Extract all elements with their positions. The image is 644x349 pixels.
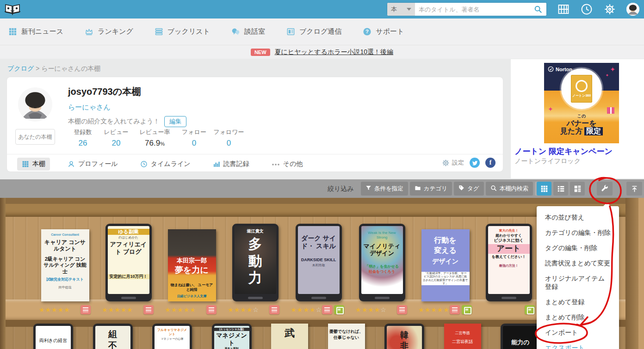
review-note-icon[interactable] xyxy=(397,305,407,314)
ad-headline-link[interactable]: ノートン 限定キャンペーン xyxy=(514,146,640,157)
book-item[interactable]: Weak Is the New Strongマイノリティ デザイン「弱さ」を生か… xyxy=(359,224,405,301)
breadcrumb-home-link[interactable]: ブクログ xyxy=(7,65,34,72)
menu-item-8[interactable]: エクスポート xyxy=(537,340,619,349)
nav-item-1[interactable]: ランキング xyxy=(85,27,133,36)
menu-item-1[interactable]: カテゴリの編集・削除 xyxy=(537,225,619,240)
nav-item-2[interactable]: ブックリスト xyxy=(155,27,210,36)
booklog-logo-icon[interactable] xyxy=(4,2,21,17)
nav-item-3[interactable]: 談話室 xyxy=(231,27,265,36)
nav-item-5[interactable]: ?サポート xyxy=(363,27,404,36)
menu-item-0[interactable]: 本の並び替え xyxy=(537,210,619,225)
book-cover: 行動を変えるデザイン「行動経済学、データ分析、 サービス設計のエッセンスが 高度… xyxy=(421,229,470,301)
stat-value[interactable]: 0 xyxy=(177,139,211,148)
filter-button-2[interactable]: タグ xyxy=(454,182,484,196)
filter-button-1[interactable]: カテゴリ xyxy=(410,182,452,196)
top-header: 本 xyxy=(0,0,644,18)
search-category-select[interactable]: 本 xyxy=(387,3,415,16)
tab-0[interactable]: 本棚 xyxy=(17,158,50,171)
review-note-icon[interactable] xyxy=(269,305,279,314)
book-item[interactable]: ダーク サイド・ スキルDARKSIDE SKILL木村尚敬 xyxy=(296,224,342,301)
rating-icons xyxy=(525,305,535,314)
book-item[interactable]: Career Consultantキャリア コンサルタント2級キャリア コンサル… xyxy=(41,229,89,301)
book-item[interactable]: 能力の xyxy=(501,324,540,349)
username-link[interactable]: らーにゃさん xyxy=(68,103,111,112)
stat-value[interactable]: 26 xyxy=(66,139,99,148)
book-cover-text: 非 xyxy=(387,341,422,349)
star-rating[interactable]: ★★★★☆ xyxy=(228,306,259,313)
nav-item-0[interactable]: 新刊ニュース xyxy=(8,27,63,36)
edit-intro-button[interactable]: 編集 xyxy=(164,116,186,127)
book-item[interactable]: 堀江貴文多動力 xyxy=(232,224,279,301)
profile-avatar[interactable] xyxy=(18,87,52,122)
review-note-icon[interactable] xyxy=(143,305,154,314)
menu-item-4[interactable]: オリジナルアイテム登録 xyxy=(537,271,619,294)
book-item[interactable]: 行動を変えるデザイン「行動経済学、データ分析、 サービス設計のエッセンスが 高度… xyxy=(421,229,470,301)
view-grid-button[interactable] xyxy=(537,182,551,196)
norton-ad-banner[interactable]: Norton ✦ ✦ ノートン360 ✦ この バナーを 見た方 限定 xyxy=(544,63,619,143)
filled-stars: ★★★★★ xyxy=(102,306,133,313)
star-rating[interactable]: ★★★★★ xyxy=(102,306,133,313)
book-item[interactable]: ゆる副業のはじめかたアフィリエイト ブログ安定的に月10万円！ xyxy=(105,224,152,301)
search-input[interactable] xyxy=(415,6,530,13)
star-rating[interactable]: ★★★★☆ xyxy=(291,306,322,313)
menu-item-3[interactable]: 読書状況まとめて変更 xyxy=(537,256,619,271)
stat-2: レビュー率76.9% xyxy=(133,128,177,148)
book-item[interactable]: 韓非 xyxy=(384,324,424,349)
book-item[interactable]: [エッセンシャル版]マネジメント基本と原則 xyxy=(212,324,252,349)
my-bookshelf-icon[interactable] xyxy=(557,3,570,16)
stat-value[interactable]: 20 xyxy=(99,139,133,148)
bar-chart-icon xyxy=(213,160,220,168)
tab-4[interactable]: その他 xyxy=(267,158,308,171)
tab-1[interactable]: プロフィール xyxy=(63,158,123,171)
user-avatar[interactable] xyxy=(626,3,639,16)
star-rating[interactable]: ★★★★☆ xyxy=(355,306,387,313)
star-rating[interactable]: ★★★★★ xyxy=(165,306,196,313)
book-cover-text: 力 xyxy=(235,269,276,287)
news-link[interactable]: 夏にヒヤッとするホラー小説10選！後編 xyxy=(275,48,394,56)
stat-value[interactable]: 0 xyxy=(211,139,246,148)
review-note-icon[interactable] xyxy=(80,305,91,314)
star-rating[interactable]: ★★★★★ xyxy=(418,306,450,313)
facebook-icon[interactable]: f xyxy=(485,158,495,168)
menu-item-2[interactable]: タグの編集・削除 xyxy=(537,240,619,256)
intro-row: 本棚の紹介文を入れてみよう！ 編集 xyxy=(68,116,186,127)
shelf-tools-wrench-button[interactable] xyxy=(597,182,613,196)
book-item[interactable]: 憂鬱でなければ、仕事じゃない xyxy=(328,324,365,349)
norton-logo: Norton xyxy=(548,66,572,72)
review-note-icon[interactable] xyxy=(206,305,217,314)
book-cover-text: 二宮尊徳 xyxy=(444,331,481,336)
book-item[interactable]: 両利きの経営 xyxy=(33,324,73,349)
book-cover: 東大の先生！超わかりやすくビジネスに効くアートを教えてください！最強の方法！ xyxy=(488,226,530,294)
history-clock-icon[interactable] xyxy=(580,3,593,16)
menu-item-7[interactable]: インポート xyxy=(537,325,619,340)
menu-item-5[interactable]: まとめて登録 xyxy=(537,294,619,310)
settings-gear-icon[interactable] xyxy=(603,3,616,16)
tab-2[interactable]: タイムライン xyxy=(136,158,195,171)
shelf-settings-button[interactable]: 設定 xyxy=(442,159,464,167)
search-button[interactable] xyxy=(530,3,546,16)
filter-button-3[interactable]: 本棚内検索 xyxy=(486,182,533,196)
book-cover-text: 変える xyxy=(421,246,470,255)
booklog-page: 本 新刊ニュースランキングブックリスト談話室ブクログ通信?サポート xyxy=(0,0,644,349)
view-list-button[interactable] xyxy=(553,182,568,196)
review-note-icon[interactable] xyxy=(450,305,460,314)
book-item[interactable]: 二宮尊徳二宮翁夜話 xyxy=(444,324,481,349)
book-memo-icon[interactable] xyxy=(334,305,344,314)
tab-3[interactable]: 読書記録 xyxy=(208,158,254,171)
book-item[interactable]: 武 xyxy=(271,324,308,349)
book-item[interactable]: 組不 xyxy=(93,324,133,349)
book-memo-icon[interactable] xyxy=(525,305,535,314)
book-memo-icon[interactable] xyxy=(462,305,472,314)
book-item[interactable]: 本田宗一郎夢を力に物まねは嫌い、 ユーモアと純情日経ビジネス人文庫 xyxy=(168,229,216,301)
filter-button-0[interactable]: 条件を指定 xyxy=(361,182,408,196)
book-item[interactable]: フルキャリマネジメントマネジャーの心得 xyxy=(152,324,192,349)
twitter-icon[interactable] xyxy=(470,158,480,168)
book-cover-text: 2級キャリア コンサルティング 技能士 xyxy=(41,256,89,275)
menu-item-6[interactable]: まとめて削除 xyxy=(537,310,619,325)
book-item[interactable]: 東大の先生！超わかりやすくビジネスに効くアートを教えてください！最強の方法！ xyxy=(486,224,532,301)
view-mixed-button[interactable] xyxy=(570,182,585,196)
nav-item-4[interactable]: ブクログ通信 xyxy=(286,27,341,36)
star-rating[interactable]: ★★★★★ xyxy=(39,306,70,313)
scroll-top-button[interactable] xyxy=(626,182,642,196)
review-note-icon[interactable] xyxy=(322,305,332,314)
